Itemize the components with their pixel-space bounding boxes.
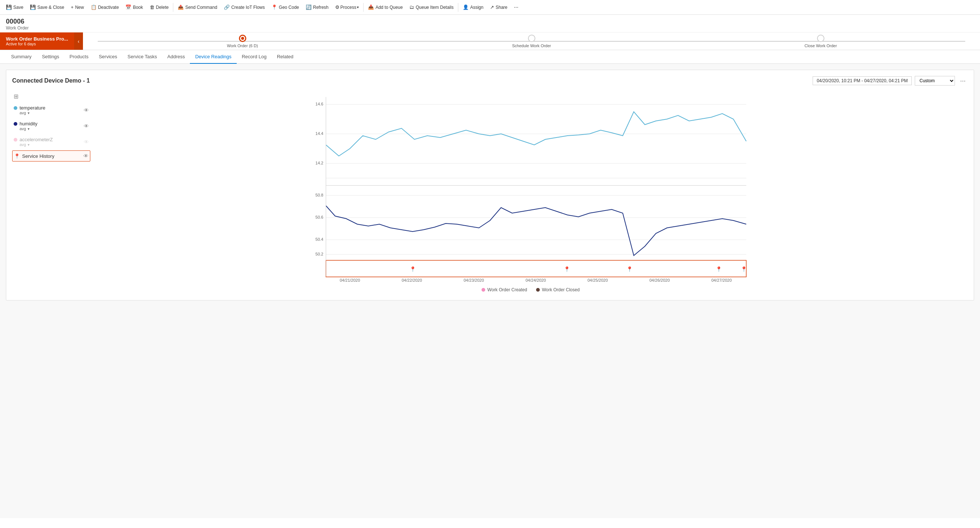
device-chart-svg: 14.6 14.4 14.2 50.8 50.6 50.4: [93, 91, 968, 283]
chart-svg-area: 14.6 14.4 14.2 50.8 50.6 50.4: [93, 91, 968, 294]
svg-text:50.6: 50.6: [316, 215, 323, 219]
svg-text:04/26/2020: 04/26/2020: [649, 278, 670, 282]
record-type: Work Order: [6, 25, 974, 30]
assign-button[interactable]: 👤 Assign: [460, 3, 486, 11]
work-order-created-label: Work Order Created: [487, 287, 527, 293]
pin-2: 📍: [564, 266, 570, 272]
device-title: Connected Device Demo - 1: [12, 78, 90, 84]
step-circle-3: [817, 35, 824, 42]
temperature-dot: [14, 106, 18, 110]
svg-text:14.6: 14.6: [316, 102, 323, 106]
legend-item-humidity[interactable]: humidity avg ▾ 👁: [12, 119, 90, 133]
temperature-chevron-icon: ▾: [28, 111, 30, 115]
status-badge: Work Order Business Pro... Active for 6 …: [0, 32, 74, 50]
legend-item-temperature[interactable]: temperature avg ▾ 👁: [12, 103, 90, 117]
device-panel: Connected Device Demo - 1 04/20/2020, 10…: [6, 70, 974, 301]
svg-text:04/21/2020: 04/21/2020: [340, 278, 360, 282]
tab-record-log[interactable]: Record Log: [237, 50, 272, 64]
deactivate-button[interactable]: 📋 Deactivate: [88, 3, 122, 11]
tab-products[interactable]: Products: [65, 50, 94, 64]
service-history-pin-icon: 📍: [14, 153, 20, 159]
save-icon: 💾: [6, 5, 12, 10]
pin-1: 📍: [410, 266, 416, 272]
header-right: 04/20/2020, 10:21 PM - 04/27/2020, 04:21…: [813, 76, 968, 86]
more-options-button[interactable]: ⋯: [511, 3, 521, 11]
record-id: 00006: [6, 18, 974, 25]
svg-text:50.8: 50.8: [316, 193, 323, 197]
step-circle-2: [528, 35, 535, 42]
tab-services[interactable]: Services: [94, 50, 123, 64]
svg-text:14.4: 14.4: [316, 131, 323, 136]
accel-visibility-icon[interactable]: 👁: [84, 139, 89, 145]
queue-item-details-button[interactable]: 🗂 Queue Item Details: [406, 3, 457, 11]
progress-step-3[interactable]: Close Work Order: [676, 35, 965, 48]
step-label-3: Close Work Order: [805, 43, 837, 48]
new-button[interactable]: + New: [68, 3, 87, 11]
process-button[interactable]: ⚙ Process ▾: [332, 3, 362, 11]
chart-legend-bottom: Work Order Created Work Order Closed: [93, 287, 968, 293]
service-history-label: Service History: [22, 153, 54, 159]
add-to-queue-icon: 📥: [368, 5, 374, 10]
tab-related[interactable]: Related: [272, 50, 299, 64]
process-icon: ⚙: [335, 5, 340, 10]
book-icon: 📅: [126, 5, 131, 10]
add-to-queue-button[interactable]: 📥 Add to Queue: [365, 3, 406, 11]
legend-item-accelerometerz[interactable]: accelerometerZ avg ▾ 👁: [12, 135, 90, 149]
iot-flows-icon: 🔗: [224, 5, 230, 10]
progress-step-1[interactable]: Work Order (6 D): [98, 35, 387, 48]
svg-text:04/27/2020: 04/27/2020: [711, 278, 732, 282]
time-range-select[interactable]: Custom Last 7 Days Last 30 Days Last 90 …: [915, 76, 955, 86]
send-command-button[interactable]: 📤 Send Command: [175, 3, 220, 11]
book-button[interactable]: 📅 Book: [123, 3, 146, 11]
tab-device-readings[interactable]: Device Readings: [190, 50, 236, 64]
temperature-visibility-icon[interactable]: 👁: [84, 107, 89, 113]
send-command-icon: 📤: [178, 5, 184, 10]
work-order-created-dot: [482, 288, 485, 292]
save-button[interactable]: 💾 Save: [3, 3, 26, 11]
process-chevron-icon: ▾: [357, 5, 359, 9]
accelerometerz-label: accelerometerZ: [19, 137, 53, 142]
tab-summary[interactable]: Summary: [6, 50, 37, 64]
legend-temperature-left: temperature avg ▾: [14, 105, 45, 115]
save-close-button[interactable]: 💾 Save & Close: [27, 3, 67, 11]
share-button[interactable]: ↗ Share: [487, 3, 510, 11]
refresh-button[interactable]: 🔄 Refresh: [303, 3, 331, 11]
status-badge-sub: Active for 6 days: [6, 42, 68, 46]
status-badge-title: Work Order Business Pro...: [6, 36, 68, 42]
legend-item-service-history[interactable]: 📍 Service History 👁: [12, 150, 90, 162]
tab-service-tasks[interactable]: Service Tasks: [123, 50, 162, 64]
panel-more-button[interactable]: ···: [958, 76, 968, 86]
more-icon: ⋯: [514, 5, 519, 10]
humidity-line: [326, 206, 746, 256]
date-range-display: 04/20/2020, 10:21 PM - 04/27/2020, 04:21…: [813, 76, 912, 85]
svg-text:04/25/2020: 04/25/2020: [587, 278, 608, 282]
collapse-status-button[interactable]: ‹: [74, 32, 83, 50]
legend-humidity-left: humidity avg ▾: [14, 121, 37, 131]
separator-2: [363, 3, 364, 12]
refresh-icon: 🔄: [305, 5, 312, 10]
svg-text:04/23/2020: 04/23/2020: [463, 278, 484, 282]
queue-details-icon: 🗂: [409, 5, 414, 10]
progress-track: Work Order (6 D) Schedule Work Order Clo…: [83, 35, 980, 48]
delete-icon: 🗑: [150, 5, 154, 10]
geo-code-icon: 📍: [271, 5, 277, 10]
humidity-dot: [14, 122, 18, 126]
geo-code-button[interactable]: 📍 Geo Code: [269, 3, 302, 11]
tab-settings[interactable]: Settings: [37, 50, 65, 64]
progress-step-2[interactable]: Schedule Work Order: [387, 35, 676, 48]
separator-3: [458, 3, 458, 12]
work-order-closed-label: Work Order Closed: [542, 287, 580, 293]
create-iot-flows-button[interactable]: 🔗 Create IoT Flows: [221, 3, 268, 11]
service-history-visibility-icon[interactable]: 👁: [83, 153, 89, 159]
nav-tabs: Summary Settings Products Services Servi…: [0, 50, 980, 64]
humidity-label: humidity: [19, 121, 37, 126]
humidity-visibility-icon[interactable]: 👁: [84, 123, 89, 129]
delete-button[interactable]: 🗑 Delete: [147, 3, 172, 11]
legend-service-left: 📍 Service History: [14, 153, 54, 159]
separator-1: [173, 3, 173, 12]
toolbar: 💾 Save 💾 Save & Close + New 📋 Deactivate…: [0, 0, 980, 15]
accelerometerz-dot: [14, 138, 18, 142]
temperature-agg: avg ▾: [14, 111, 45, 115]
tab-address[interactable]: Address: [162, 50, 190, 64]
temperature-label: temperature: [19, 105, 45, 111]
